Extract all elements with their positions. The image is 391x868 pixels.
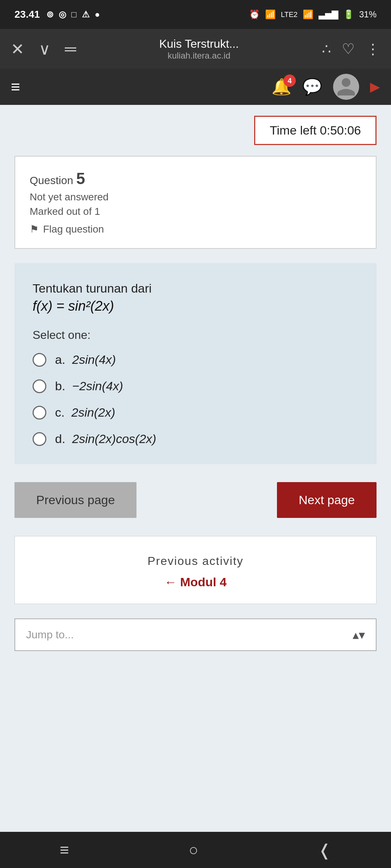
bottom-nav: ≡ ○ ❬ [0,832,391,868]
previous-activity-card: Previous activity ← Modul 4 [14,536,377,604]
app-nav: ≡ 🔔 4 💬 ▶ [0,69,391,105]
time-display: 23.41 [14,9,40,20]
radio-d[interactable] [33,432,46,446]
flag-icon: ⚑ [30,223,39,235]
option-b[interactable]: b. −2sin(4x) [33,379,358,393]
tabs-icon[interactable]: ═ [65,40,76,58]
previous-activity-title: Previous activity [29,554,362,568]
timer-container: Time left 0:50:06 [14,116,377,145]
share-icon[interactable]: ∴ [322,41,331,57]
question-status: Not yet answered [30,191,361,203]
radio-c[interactable] [33,406,46,420]
previous-activity-link[interactable]: ← Modul 4 [164,575,227,589]
browser-title: Kuis Terstrukt... kuliah.itera.ac.id [91,37,307,61]
status-bar: 23.41 ⊚ ◎ □ ⚠ ● ⏰ 📶 LTE2 📶 ▃▅▇ 🔋 31% [0,0,391,29]
alert-icon: ⚠ [82,9,90,20]
bottom-menu-icon[interactable]: ≡ [60,841,69,859]
question-label: Question 5 [30,170,361,188]
question-number: 5 [76,170,85,187]
option-a[interactable]: a. 2sin(4x) [33,353,358,367]
bottom-home-icon[interactable]: ○ [189,841,198,859]
battery-icon: 🔋 [343,9,354,20]
timer-label: Time left 0:50:06 [270,123,361,137]
menu-dots-icon[interactable]: ⋮ [366,41,380,57]
question-text: Tentukan turunan dari [33,281,358,295]
site-url[interactable]: kuliah.itera.ac.id [91,51,307,61]
nav-buttons: Previous page Next page [14,482,377,518]
option-d[interactable]: d. 2sin(2x)cos(2x) [33,432,358,446]
jump-to-container[interactable]: Jump to... ▴▾ [14,618,377,651]
bottom-back-icon[interactable]: ❬ [318,841,331,859]
option-d-label: d. 2sin(2x)cos(2x) [55,432,156,446]
lte2-label: LTE2 [281,10,298,19]
option-list: a. 2sin(4x) b. −2sin(4x) c. 2sin(2x) d. … [33,353,358,446]
whatsapp-icon: ⊚ [46,9,54,20]
signal-bars: ▃▅▇ [319,9,338,20]
select-one-label: Select one: [33,328,358,342]
alarm-icon: ⏰ [249,9,260,20]
question-body: Tentukan turunan dari f(x) = sin²(2x) Se… [14,263,377,464]
previous-page-button[interactable]: Previous page [14,482,136,518]
next-page-button[interactable]: Next page [277,482,377,518]
close-icon[interactable]: ✕ [11,40,24,58]
chevron-down-icon[interactable]: ∨ [39,40,50,58]
timer-box: Time left 0:50:06 [254,116,377,145]
dot-icon: ● [95,9,100,20]
dropdown-arrow-icon[interactable]: ▶ [370,79,380,94]
option-c[interactable]: c. 2sin(2x) [33,405,358,420]
option-a-label: a. 2sin(4x) [55,353,116,367]
jump-to-arrow-icon: ▴▾ [353,627,365,642]
chat-icon[interactable]: 💬 [302,77,322,96]
bookmark-icon[interactable]: ♡ [342,41,355,57]
marked-out-of: Marked out of 1 [30,206,361,217]
site-title: Kuis Terstrukt... [91,37,307,51]
instagram-icon: □ [71,9,77,20]
jump-to-placeholder: Jump to... [26,629,74,641]
notification-bell[interactable]: 🔔 4 [272,77,291,96]
notification-badge: 4 [283,75,296,87]
avatar[interactable] [333,74,359,100]
rec-icon: ◎ [59,9,66,20]
radio-a[interactable] [33,353,46,367]
option-c-label: c. 2sin(2x) [55,405,115,420]
question-info-card: Question 5 Not yet answered Marked out o… [14,156,377,249]
main-content: Time left 0:50:06 Question 5 Not yet ans… [0,105,391,792]
radio-b[interactable] [33,379,46,393]
question-formula: f(x) = sin²(2x) [33,298,358,314]
browser-bar: ✕ ∨ ═ Kuis Terstrukt... kuliah.itera.ac.… [0,29,391,69]
hamburger-icon[interactable]: ≡ [11,78,20,96]
flag-question-button[interactable]: ⚑ Flag question [30,223,361,235]
option-b-label: b. −2sin(4x) [55,379,123,393]
signal-icon: 📶 [265,9,276,20]
battery-percent: 31% [359,9,377,20]
wifi-icon: 📶 [303,9,314,20]
